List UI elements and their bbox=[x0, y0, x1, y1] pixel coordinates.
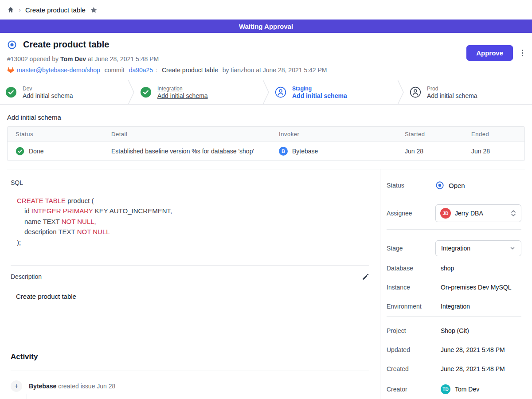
stage-dev[interactable]: Dev Add initial schema bbox=[0, 80, 128, 104]
stage-task-label: Add initial schema bbox=[23, 92, 73, 99]
task-status: Done bbox=[29, 148, 43, 155]
page-title: Create product table bbox=[23, 39, 109, 50]
assignee-select[interactable]: JD Jerry DBA bbox=[435, 204, 521, 222]
sql-keyword: NOT NULL, bbox=[62, 218, 96, 225]
issue-author: Tom Dev bbox=[60, 55, 86, 63]
sidebar-divider bbox=[387, 316, 521, 317]
stage-value: Integration bbox=[441, 245, 470, 252]
pending-person-icon bbox=[275, 86, 286, 98]
commit-hash-link[interactable]: da90a25 bbox=[129, 66, 153, 74]
commit-message: Create product table bbox=[162, 66, 218, 74]
issue-open-icon bbox=[7, 40, 17, 50]
breadcrumb-current[interactable]: Create product table bbox=[25, 6, 86, 14]
task-table-header: Status Detail Invoker Started Ended bbox=[8, 127, 524, 142]
activity-title: Activity bbox=[11, 352, 369, 361]
gitlab-icon bbox=[7, 66, 14, 74]
stage-dropdown[interactable]: Integration bbox=[435, 240, 521, 256]
status-label: Status bbox=[387, 182, 435, 189]
sql-code-block: CREATE TABLE product ( id INTEGER PRIMAR… bbox=[17, 196, 369, 247]
database-label: Database bbox=[387, 265, 435, 272]
home-icon[interactable] bbox=[7, 6, 14, 13]
activity-timeline-line bbox=[27, 394, 27, 399]
stage-prod[interactable]: Prod Add initial schema bbox=[404, 80, 532, 104]
project-label: Project bbox=[387, 327, 435, 334]
environment-value: Integration bbox=[435, 303, 470, 310]
created-label: Created bbox=[387, 365, 435, 372]
chevron-down-icon bbox=[509, 245, 516, 251]
stage-env-label: Staging bbox=[292, 86, 347, 92]
column-invoker: Invoker bbox=[271, 127, 397, 141]
stage-env-label[interactable]: Integration bbox=[157, 86, 208, 92]
issue-detail-panel: SQL CREATE TABLE product ( id INTEGER PR… bbox=[0, 169, 380, 399]
assignee-avatar: JD bbox=[440, 208, 451, 219]
table-row[interactable]: Done Established baseline version %s for… bbox=[8, 142, 524, 160]
edit-description-pencil-icon[interactable] bbox=[362, 273, 369, 281]
check-circle-icon bbox=[140, 86, 152, 98]
assignee-value: Jerry DBA bbox=[455, 210, 483, 217]
task-ended: Jun 28 bbox=[463, 143, 524, 160]
sql-label: SQL bbox=[11, 179, 369, 186]
activity-actor: Bytebase bbox=[29, 383, 56, 390]
check-circle-icon bbox=[5, 86, 17, 98]
status-value: Open bbox=[449, 182, 465, 189]
updown-chevrons-icon bbox=[510, 210, 516, 217]
sql-keyword: INTEGER PRIMARY bbox=[31, 207, 93, 215]
column-status: Status bbox=[8, 127, 103, 141]
activity-item: + Bytebase created issue Jun 28 bbox=[11, 380, 369, 392]
creator-avatar: TD bbox=[441, 384, 450, 394]
stage-separator bbox=[397, 80, 404, 104]
issue-sidebar: Status Open Assignee JD Jerry DBA Stage bbox=[380, 169, 532, 399]
task-section: Add initial schema Status Detail Invoker… bbox=[0, 105, 532, 169]
stage-integration[interactable]: Integration Add initial schema bbox=[135, 80, 262, 104]
pending-person-icon bbox=[410, 86, 421, 98]
stage-task-label: Add initial schema bbox=[292, 92, 347, 99]
creator-label: Creator bbox=[387, 386, 435, 393]
task-table: Status Detail Invoker Started Ended Done… bbox=[7, 126, 525, 161]
stage-task-label: Add initial schema bbox=[427, 92, 477, 99]
task-started: Jun 28 bbox=[397, 143, 463, 160]
issue-meta: #13002 opened by Tom Dev at June 28, 202… bbox=[7, 55, 525, 63]
column-detail: Detail bbox=[103, 127, 271, 141]
invoker-name: Bytebase bbox=[292, 148, 318, 155]
task-detail: Established baseline version %s for data… bbox=[103, 143, 271, 160]
pipeline-stage-bar: Dev Add initial schema Integration Add i… bbox=[0, 80, 532, 105]
assignee-label: Assignee bbox=[387, 210, 435, 217]
created-value: June 28, 2021 5:48 PM bbox=[435, 365, 505, 372]
section-divider bbox=[11, 371, 369, 371]
creator-value: Tom Dev bbox=[455, 386, 479, 393]
column-started: Started bbox=[397, 127, 463, 141]
invoker-avatar: B bbox=[279, 147, 288, 156]
instance-label: Instance bbox=[387, 284, 435, 291]
favorite-star-icon[interactable] bbox=[90, 6, 98, 14]
more-options-icon[interactable] bbox=[520, 48, 525, 58]
description-label: Description bbox=[11, 273, 42, 280]
environment-label: Environment bbox=[387, 303, 435, 310]
instance-value: On-premises Dev MySQL bbox=[435, 284, 511, 291]
task-section-title: Add initial schema bbox=[7, 113, 525, 121]
status-banner: Waiting Approval bbox=[0, 20, 532, 33]
description-content: Create product table bbox=[16, 293, 369, 300]
commit-branch-link[interactable]: master@bytebase-demo/shop bbox=[17, 66, 100, 74]
stage-env-label: Dev bbox=[23, 86, 73, 92]
sql-keyword: CREATE TABLE bbox=[17, 197, 66, 204]
project-value: Shop (Git) bbox=[435, 327, 469, 334]
stage-env-label: Prod bbox=[427, 86, 477, 92]
check-circle-icon bbox=[16, 147, 24, 156]
stage-label: Stage bbox=[387, 245, 435, 252]
updated-value: June 28, 2021 5:48 PM bbox=[435, 346, 505, 353]
breadcrumb-separator-icon: › bbox=[19, 6, 21, 13]
sidebar-divider bbox=[387, 229, 521, 230]
database-value: shop bbox=[435, 265, 454, 272]
updated-label: Updated bbox=[387, 346, 435, 353]
activity-plus-icon[interactable]: + bbox=[11, 380, 22, 392]
stage-separator bbox=[128, 80, 135, 104]
stage-staging[interactable]: Staging Add initial schema bbox=[270, 80, 397, 104]
issue-id: #13002 bbox=[7, 55, 28, 63]
commit-line: master@bytebase-demo/shop commit da90a25… bbox=[7, 66, 525, 74]
stage-task-label[interactable]: Add initial schema bbox=[157, 92, 208, 99]
open-status-icon bbox=[435, 181, 444, 190]
column-ended: Ended bbox=[463, 127, 524, 141]
approve-button[interactable]: Approve bbox=[466, 45, 513, 61]
sql-keyword: NOT NULL bbox=[77, 228, 110, 235]
activity-action: created issue Jun 28 bbox=[58, 383, 115, 390]
